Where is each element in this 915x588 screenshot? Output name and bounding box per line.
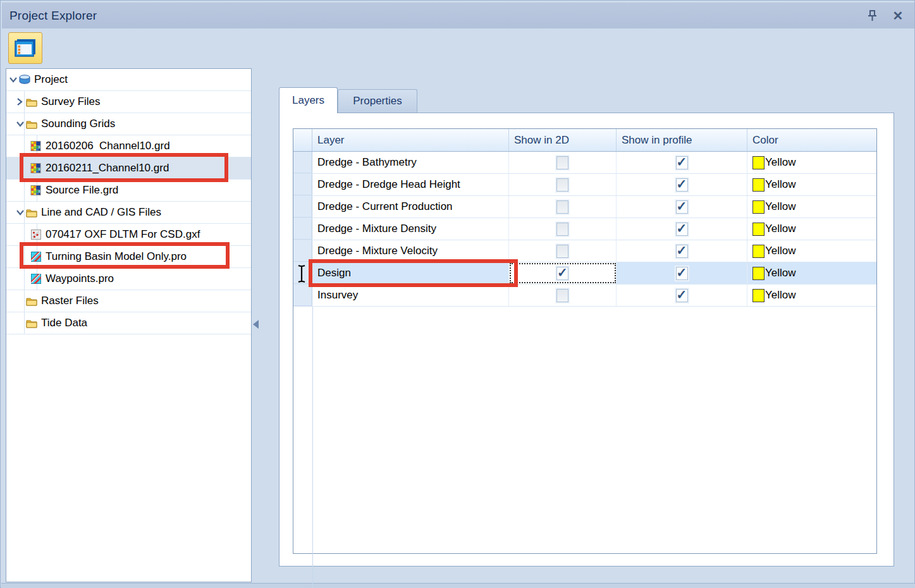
header-row-selector[interactable]	[293, 129, 312, 151]
show-in-profile-checkbox[interactable]	[676, 156, 688, 169]
tree-item-tide-data[interactable]: Tide Data	[6, 312, 251, 334]
table-header: Layer Show in 2D Show in profile Color	[293, 129, 876, 152]
text-cursor-ibeam	[297, 264, 307, 283]
color-label: Yellow	[765, 267, 796, 279]
tree-item-survey-files[interactable]: Survey Files	[6, 91, 251, 113]
panel-view-button[interactable]	[8, 32, 42, 64]
header-show-in-2d[interactable]: Show in 2D	[509, 129, 617, 151]
chevron-empty	[15, 318, 25, 329]
tab-layers[interactable]: Layers	[279, 87, 338, 113]
splitter-collapse-icon[interactable]	[253, 320, 259, 329]
table-row[interactable]: Insurvey Yellow	[293, 285, 876, 307]
show-in-2d-checkbox[interactable]	[556, 289, 568, 302]
layer-name-cell[interactable]: Dredge - Current Production	[312, 196, 509, 217]
layer-name-cell[interactable]: Dredge - Bathymetry	[312, 152, 509, 173]
color-swatch[interactable]	[752, 223, 765, 236]
pro-file-icon	[30, 274, 42, 285]
titlebar[interactable]: Project Explorer ✕	[2, 3, 914, 28]
tree-item-raster-files[interactable]: Raster Files	[6, 290, 251, 312]
table-row[interactable]: Dredge - Current Production Yellow	[293, 196, 876, 218]
layer-name-cell[interactable]: Design	[312, 262, 509, 284]
color-cell[interactable]: Yellow	[747, 196, 876, 217]
show-in-2d-checkbox[interactable]	[556, 156, 568, 169]
color-cell[interactable]: Yellow	[747, 262, 876, 284]
tree-item-070417-oxf-dltm-gxf[interactable]: 070417 OXF DLTM For CSD.gxf	[6, 224, 251, 246]
tree-item-sounding-grids[interactable]: Sounding Grids	[6, 113, 251, 135]
header-layer[interactable]: Layer	[312, 129, 509, 151]
row-selector[interactable]	[293, 174, 312, 195]
color-cell[interactable]: Yellow	[747, 152, 876, 173]
tree-item-20160206-channel10-grd[interactable]: 20160206 Channel10.grd	[6, 135, 251, 157]
grid-file-icon	[30, 185, 42, 196]
layer-name-cell[interactable]: Dredge - Dredge Head Height	[312, 174, 509, 195]
show-in-profile-checkbox[interactable]	[676, 178, 688, 192]
show-in-profile-checkbox[interactable]	[676, 223, 688, 236]
color-swatch[interactable]	[752, 267, 765, 280]
tree-item-20160211-channel10-grd[interactable]: 20160211_Channel10.grd	[6, 157, 251, 180]
row-selector[interactable]	[293, 152, 312, 173]
table-row-design[interactable]: Design Yellow	[293, 262, 876, 285]
table-row[interactable]: Dredge - Dredge Head Height Yellow	[293, 174, 876, 196]
color-swatch[interactable]	[752, 245, 765, 258]
tree-item-waypoints-pro[interactable]: Waypoints.pro	[6, 268, 251, 290]
row-selector[interactable]	[293, 196, 312, 217]
tab-label: Layers	[292, 94, 324, 107]
color-label: Yellow	[765, 223, 796, 235]
chevron-down-icon[interactable]	[15, 119, 25, 130]
color-cell[interactable]: Yellow	[747, 240, 876, 262]
table-row[interactable]: Dredge - Mixture Density Yellow	[293, 218, 876, 240]
pro-file-icon	[30, 252, 42, 262]
row-selector[interactable]	[293, 240, 312, 262]
header-color[interactable]: Color	[747, 129, 876, 151]
grid-file-icon	[30, 163, 42, 174]
show-in-profile-checkbox[interactable]	[676, 289, 688, 302]
layer-name-cell[interactable]: Dredge - Mixture Velocity	[312, 240, 509, 262]
cad-file-icon	[30, 230, 42, 240]
color-swatch[interactable]	[752, 289, 765, 302]
panel-window-icon	[13, 38, 37, 58]
tab-label: Properties	[353, 95, 402, 107]
show-in-2d-focused-cell[interactable]	[509, 262, 617, 284]
color-swatch[interactable]	[752, 156, 765, 169]
tree-item-project[interactable]: Project	[6, 69, 251, 91]
show-in-2d-checkbox[interactable]	[556, 200, 568, 214]
row-selector[interactable]	[293, 218, 312, 240]
header-show-in-profile[interactable]: Show in profile	[617, 129, 747, 151]
database-icon	[18, 75, 30, 85]
color-cell[interactable]: Yellow	[747, 285, 876, 306]
table-row[interactable]: Dredge - Mixture Velocity Yellow	[293, 240, 876, 262]
row-selector[interactable]	[293, 285, 312, 306]
show-in-2d-checkbox[interactable]	[556, 223, 568, 236]
color-cell[interactable]: Yellow	[747, 218, 876, 240]
layer-name-cell[interactable]: Insurvey	[312, 285, 509, 306]
tree-item-line-cad-gis-files[interactable]: Line and CAD / GIS Files	[6, 202, 251, 224]
chevron-right-icon[interactable]	[15, 97, 25, 107]
table-empty-area	[293, 307, 876, 588]
chevron-down-icon[interactable]	[15, 207, 25, 218]
color-cell[interactable]: Yellow	[747, 174, 876, 195]
chevron-down-icon[interactable]	[8, 75, 18, 85]
folder-icon	[25, 207, 37, 218]
tree-item-label: 070417 OXF DLTM For CSD.gxf	[46, 228, 200, 241]
layer-name-cell[interactable]: Dredge - Mixture Density	[312, 218, 509, 240]
color-swatch[interactable]	[752, 178, 765, 192]
tree-item-label: Project	[34, 73, 68, 86]
show-in-profile-checkbox[interactable]	[676, 267, 688, 280]
close-icon[interactable]: ✕	[890, 8, 906, 23]
show-in-2d-checkbox[interactable]	[556, 178, 568, 192]
pin-icon[interactable]	[865, 8, 880, 23]
tab-properties[interactable]: Properties	[338, 89, 417, 113]
tree-item-label: Raster Files	[41, 295, 99, 307]
show-in-profile-checkbox[interactable]	[676, 200, 688, 214]
project-tree: Project Survey Files	[6, 68, 252, 582]
chevron-empty	[15, 296, 25, 307]
tree-item-source-file-grd[interactable]: Source File.grd	[6, 180, 251, 202]
table-row[interactable]: Dredge - Bathymetry Yellow	[293, 152, 876, 174]
color-label: Yellow	[765, 156, 796, 169]
tree-item-turning-basin-model-pro[interactable]: Turning Basin Model Only.pro	[6, 246, 251, 268]
show-in-2d-checkbox[interactable]	[556, 267, 568, 280]
tree-item-label: Source File.grd	[46, 184, 118, 197]
show-in-profile-checkbox[interactable]	[676, 245, 688, 258]
show-in-2d-checkbox[interactable]	[556, 245, 568, 258]
color-swatch[interactable]	[752, 200, 765, 214]
